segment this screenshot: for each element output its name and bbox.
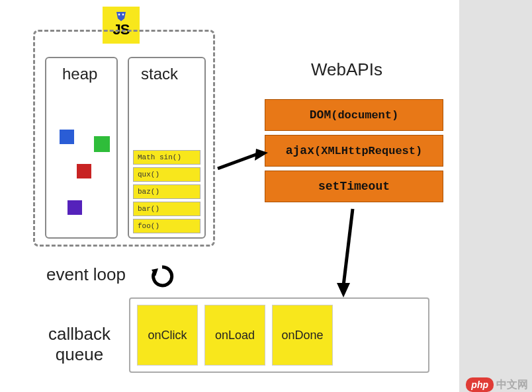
queue-item: onDone [272, 305, 333, 366]
diagram-main: JS heap stack Math sin() qux() baz() bar… [10, 0, 453, 392]
watermark-php: php [466, 377, 494, 392]
svg-marker-4 [255, 149, 268, 161]
sidebar-gray-panel [459, 0, 532, 392]
callback-label: callback queue [48, 324, 111, 365]
webapi-group: DOM (document) ajax (XMLHttpRequest) set… [265, 99, 443, 206]
stack-frame: qux() [133, 167, 200, 182]
js-shield-icon [115, 12, 127, 21]
runtime-container: heap stack Math sin() qux() baz() bar() … [33, 30, 215, 247]
heap-block-purple [67, 200, 82, 215]
heap-block-blue [60, 130, 74, 144]
eventloop-label: event loop [46, 264, 126, 285]
webapi-settimeout: setTimeout [265, 171, 443, 202]
stack-frame: baz() [133, 184, 200, 199]
webapi-dom: DOM (document) [265, 99, 443, 131]
stack-box: stack Math sin() qux() baz() bar() foo() [128, 57, 206, 239]
webapi-prefix: DOM [310, 108, 331, 122]
stack-label: stack [141, 65, 178, 83]
arrow-stack-to-api [215, 149, 268, 178]
stack-frame: bar() [133, 202, 200, 216]
queue-item: onClick [137, 305, 198, 366]
stack-frame: Math sin() [133, 150, 200, 165]
webapi-detail: (XMLHttpRequest) [314, 145, 422, 157]
callback-label-line2: queue [56, 344, 103, 364]
heap-block-red [77, 164, 91, 178]
svg-point-0 [118, 14, 120, 16]
watermark-text: 中文网 [496, 378, 528, 392]
webapi-detail: (document) [331, 109, 398, 122]
heap-box: heap [45, 57, 118, 239]
arrow-api-to-queue [334, 206, 361, 301]
svg-marker-6 [337, 283, 350, 297]
stack-frames: Math sin() qux() baz() bar() foo() [133, 150, 200, 233]
heap-block-green [94, 136, 110, 152]
stack-frame: foo() [133, 219, 200, 233]
callback-label-line1: callback [48, 324, 111, 344]
webapi-prefix: ajax [286, 144, 314, 157]
svg-line-5 [343, 209, 353, 286]
webapi-title: WebAPIs [311, 59, 382, 80]
loop-icon [149, 263, 175, 292]
svg-point-1 [122, 14, 124, 16]
webapi-ajax: ajax (XMLHttpRequest) [265, 135, 443, 167]
queue-item: onLoad [204, 305, 265, 366]
callback-queue: onClick onLoad onDone [129, 297, 429, 373]
watermark: php 中文网 [466, 377, 532, 392]
svg-line-3 [218, 154, 257, 169]
heap-label: heap [62, 65, 97, 83]
webapi-prefix: setTimeout [318, 180, 390, 193]
